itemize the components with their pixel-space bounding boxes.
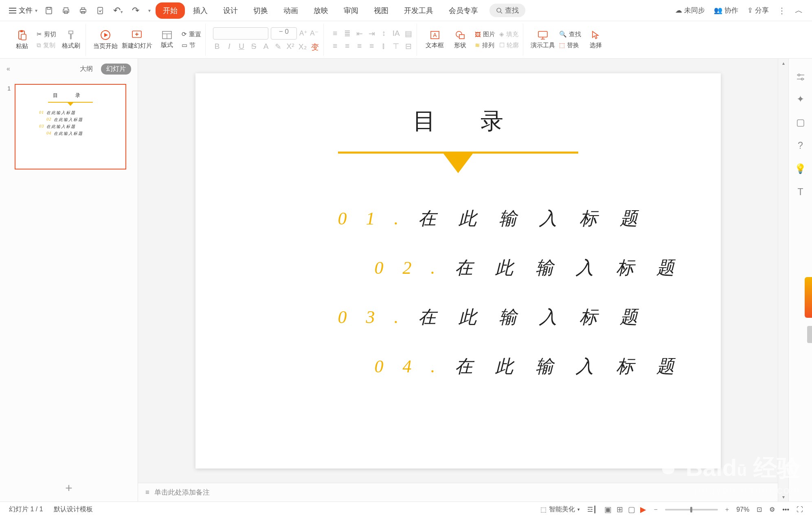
align-center-icon[interactable]: ≡ (343, 42, 351, 51)
copy-button[interactable]: ⧉复制 (37, 42, 56, 49)
layout-button[interactable]: 版式 (156, 31, 178, 49)
toc-item-2[interactable]: 0 2 . 在 此 输 入 标 题 (375, 256, 696, 280)
tab-slideshow[interactable]: 放映 (306, 2, 336, 19)
notes-toggle-icon[interactable]: ☲┃ (587, 506, 597, 513)
slides-tab[interactable]: 幻灯片 (101, 64, 131, 75)
fit-icon[interactable]: ⊡ (757, 506, 762, 513)
columns-icon[interactable]: ▤ (404, 29, 413, 38)
more-icon[interactable]: ⋮ (778, 6, 786, 15)
sliders-icon[interactable] (796, 73, 805, 81)
qat-overflow-icon[interactable]: ▾ (148, 8, 151, 13)
expand-icon[interactable]: ⛶ (797, 506, 803, 513)
zoom-slider[interactable] (665, 509, 718, 510)
replace-button[interactable]: ⬚替换 (559, 42, 581, 49)
slide-thumbnail-1[interactable]: 目 录 01在此输入标题 02在此输入标题 03在此输入标题 04在此输入标题 (15, 84, 126, 169)
collapse-panel-button[interactable]: « (7, 65, 10, 73)
tab-view[interactable]: 视图 (366, 2, 396, 19)
indent-decrease-icon[interactable]: ⇤ (356, 29, 364, 38)
toc-item-3[interactable]: 0 3 . 在 此 输 入 标 题 (338, 305, 696, 329)
search-box[interactable]: 查找 (489, 4, 525, 17)
highlight-icon[interactable]: ✎ (274, 42, 282, 53)
help-icon[interactable]: ? (798, 140, 803, 151)
indent-increase-icon[interactable]: ⇥ (368, 29, 376, 38)
font-family-select[interactable] (213, 27, 268, 40)
zoom-label[interactable]: 97% (736, 506, 749, 513)
align-top-icon[interactable]: ⊤ (392, 42, 400, 51)
print-preview-icon[interactable] (62, 7, 70, 15)
tab-design[interactable]: 设计 (216, 2, 245, 19)
font-increase-icon[interactable]: A⁺ (299, 29, 307, 37)
convert-icon[interactable]: 变 (311, 42, 319, 53)
paste-button[interactable]: 粘贴 (11, 29, 33, 50)
vertical-scrollbar[interactable]: ▴ ▾ (778, 59, 788, 502)
text-direction-icon[interactable]: IA (392, 29, 400, 38)
text-tool-icon[interactable]: T (797, 187, 803, 198)
strike-icon[interactable]: S (250, 42, 258, 53)
slide-title[interactable]: 目录 (220, 106, 696, 137)
tab-insert[interactable]: 插入 (186, 2, 215, 19)
distribute-icon[interactable]: ⫿ (380, 42, 388, 51)
reading-view-icon[interactable]: ▢ (628, 505, 635, 514)
font-decrease-icon[interactable]: A⁻ (310, 29, 318, 37)
cut-button[interactable]: ✂剪切 (37, 31, 56, 38)
demo-tools-button[interactable]: 演示工具 (531, 30, 555, 49)
shape-button[interactable]: 形状 (450, 30, 471, 49)
new-slide-button[interactable]: 新建幻灯片 (122, 30, 152, 50)
find-button[interactable]: 🔍查找 (559, 31, 581, 38)
collab-button[interactable]: 👥 协作 (714, 6, 738, 15)
tab-review[interactable]: 审阅 (336, 2, 366, 19)
toc-item-1[interactable]: 0 1 . 在 此 输 入 标 题 (338, 207, 696, 231)
italic-icon[interactable]: I (225, 42, 233, 53)
beautify-button[interactable]: ⬚ 智能美化 ▾ (540, 505, 580, 514)
tab-devtools[interactable]: 开发工具 (397, 2, 441, 19)
tab-transition[interactable]: 切换 (246, 2, 275, 19)
cloud-side-tab[interactable] (805, 277, 812, 318)
section-button[interactable]: ▭节 (182, 42, 201, 49)
bulb-icon[interactable]: 💡 (794, 163, 806, 174)
zoom-in-button[interactable]: + (725, 506, 729, 513)
reset-button[interactable]: ⟳重置 (182, 31, 201, 38)
normal-view-icon[interactable]: ▣ (604, 505, 612, 514)
textbox-button[interactable]: A 文本框 (424, 30, 446, 49)
slide-canvas[interactable]: 目录 0 1 . 在 此 输 入 标 题 0 2 . 在 此 输 入 标 题 0… (195, 73, 721, 469)
toc-item-4[interactable]: 0 4 . 在 此 输 入 标 题 (375, 354, 696, 378)
slide-icon[interactable]: ▢ (796, 117, 805, 128)
tab-start[interactable]: 开始 (156, 2, 185, 19)
zoom-out-button[interactable]: − (654, 506, 657, 513)
font-color-icon[interactable]: A (262, 42, 270, 53)
undo-icon[interactable]: ↶▾ (113, 5, 123, 16)
arrange-button[interactable]: ≋排列 (475, 42, 495, 49)
sparkle-icon[interactable]: ✦ (797, 94, 804, 105)
picture-button[interactable]: 🖼图片 (475, 31, 495, 38)
format-painter-button[interactable]: 格式刷 (60, 30, 81, 50)
slideshow-view-icon[interactable]: ▶ (640, 505, 646, 514)
align-justify-icon[interactable]: ≡ (368, 42, 376, 51)
select-button[interactable]: 选择 (585, 30, 606, 49)
align-right-icon[interactable]: ≡ (356, 42, 364, 51)
tab-animation[interactable]: 动画 (276, 2, 305, 19)
scroll-up-icon[interactable]: ▴ (778, 60, 788, 66)
doc-icon[interactable] (96, 7, 104, 15)
align-left-icon[interactable]: ≡ (331, 42, 339, 51)
tab-member[interactable]: 会员专享 (441, 2, 485, 19)
superscript-icon[interactable]: X² (286, 42, 294, 53)
font-size-input[interactable]: − 0 (271, 27, 297, 40)
line-spacing-icon[interactable]: ↕ (380, 29, 388, 38)
save-icon[interactable] (45, 7, 53, 15)
share-button[interactable]: ⇪ 分享 (747, 6, 769, 15)
align-middle-icon[interactable]: ⊟ (404, 42, 413, 51)
unsync-button[interactable]: ☁ 未同步 (675, 6, 705, 15)
status-more-icon[interactable]: ••• (782, 506, 789, 513)
page-start-button[interactable]: 当页开始 (93, 29, 118, 50)
notes-bar[interactable]: ≡ 单击此处添加备注 (138, 483, 778, 502)
scroll-down-icon[interactable]: ▾ (778, 494, 788, 500)
sorter-view-icon[interactable]: ⊞ (617, 505, 623, 514)
outline-tab[interactable]: 大纲 (80, 65, 93, 73)
print-icon[interactable] (79, 7, 87, 15)
chevron-up-icon[interactable]: ︿ (795, 5, 803, 16)
redo-icon[interactable]: ↷ (132, 5, 139, 16)
gray-side-tab[interactable] (807, 326, 812, 343)
outline-button[interactable]: ☐轮廓 (499, 42, 519, 49)
numbering-icon[interactable]: ≣ (343, 29, 351, 38)
subscript-icon[interactable]: X₂ (298, 42, 307, 53)
